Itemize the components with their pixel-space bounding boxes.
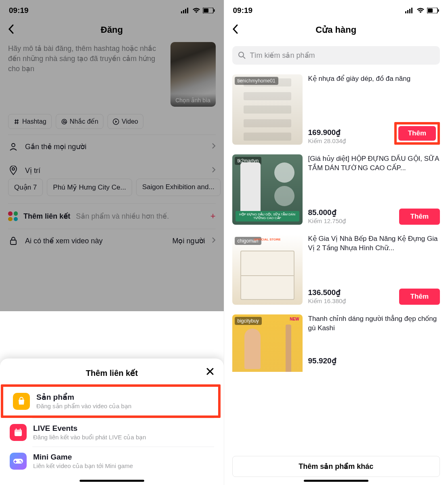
product-earn: Kiếm 28.034₫	[308, 137, 347, 145]
home-indicator	[304, 480, 368, 482]
chevron-left-icon	[8, 24, 14, 34]
sheet-item-minigame[interactable]: Mini Game Liên kết video của bạn tới Min…	[0, 447, 224, 475]
product-price: 169.900₫	[308, 128, 347, 137]
svg-rect-24	[409, 9, 410, 13]
search-input[interactable]: Tìm kiếm sản phẩm	[232, 46, 440, 65]
grid-dots-icon	[8, 211, 18, 221]
signal-icon	[405, 8, 414, 13]
product-title: Thanh chỉnh dáng người thẳng đẹp chống g…	[308, 314, 440, 333]
svg-rect-19	[14, 461, 17, 462]
person-icon	[9, 142, 18, 151]
svg-rect-3	[187, 8, 188, 13]
back-button[interactable]	[6, 23, 15, 37]
post-screen: 09:19 Đăng Hãy mô tả bài đăng, thêm hash…	[0, 0, 224, 485]
location-suggestions: Quận 7 Phú Mỹ Hưng City Ce... Saigon Exh…	[0, 179, 224, 203]
play-icon	[113, 118, 119, 125]
chevron-right-icon	[212, 143, 216, 149]
product-price: 95.920₫	[308, 356, 337, 365]
highlight-product: Sản phẩm Đăng sản phẩm vào video của bạn	[1, 384, 221, 418]
status-time: 09:19	[233, 6, 253, 15]
lock-icon	[9, 236, 17, 245]
location-chip[interactable]: Saigon Exhibition and...	[136, 179, 221, 196]
product-earn: Kiếm 16.380₫	[308, 297, 347, 305]
bag-icon	[13, 393, 30, 410]
quick-chips: Hashtag Nhắc đến Video	[0, 107, 224, 135]
product-earn: Kiếm 12.750₫	[308, 217, 347, 225]
svg-point-20	[20, 460, 21, 462]
svg-rect-6	[214, 9, 215, 12]
search-icon	[238, 51, 246, 59]
svg-rect-27	[428, 8, 433, 13]
svg-rect-25	[411, 8, 412, 13]
svg-point-29	[239, 52, 244, 57]
calendar-icon	[10, 424, 27, 441]
at-icon	[61, 118, 67, 125]
page-title: Đăng	[0, 25, 224, 35]
add-link-sheet: Thêm liên kết Sản phẩm Đăng sản phẩm vào…	[0, 358, 224, 485]
add-button[interactable]: Thêm	[398, 126, 436, 141]
svg-rect-1	[183, 10, 184, 13]
search-placeholder: Tìm kiếm sản phẩm	[250, 51, 315, 60]
hash-icon	[13, 118, 20, 125]
product-list[interactable]: tienichmyhome01 Kệ nhựa để giày dép, đồ …	[224, 71, 448, 452]
chevron-right-icon	[212, 167, 216, 173]
svg-rect-2	[185, 9, 186, 13]
header: Đăng	[0, 19, 224, 42]
status-bar: 09:19	[224, 0, 448, 19]
close-icon	[206, 367, 214, 375]
location-chip[interactable]: Quận 7	[8, 179, 43, 196]
svg-point-7	[62, 119, 67, 124]
status-time: 09:19	[9, 6, 29, 15]
add-link-row[interactable]: Thêm liên kết Sản phẩm và nhiều hơn thế.…	[0, 204, 224, 229]
svg-rect-16	[20, 428, 21, 430]
caption-input[interactable]: Hãy mô tả bài đăng, thêm hashtag hoặc nh…	[8, 42, 166, 107]
add-button[interactable]: Thêm	[399, 209, 440, 225]
product-title: [Giá hủy diệt] HỘP ĐỰNG DẦU GỘI, SỮA TẮM…	[308, 154, 440, 173]
choose-cover-label: Chọn ảnh bìa	[170, 94, 216, 107]
product-image: chigoman OFFICIAL STORE	[232, 234, 303, 305]
svg-point-11	[12, 168, 15, 170]
mention-chip[interactable]: Nhắc đến	[56, 114, 104, 129]
add-button[interactable]: Thêm	[399, 289, 440, 305]
home-indicator	[80, 480, 144, 482]
wifi-icon	[192, 8, 200, 13]
video-thumbnail[interactable]: Chọn ảnh bìa	[170, 42, 216, 107]
video-chip[interactable]: Video	[107, 114, 143, 129]
product-item[interactable]: chigoman OFFICIAL STORE Kệ Gia Vị Nhà Bế…	[232, 231, 440, 311]
back-button[interactable]	[231, 23, 240, 37]
location-chip[interactable]: Phú Mỹ Hưng City Ce...	[47, 179, 132, 196]
battery-icon	[427, 8, 439, 13]
product-item[interactable]: tienichmyhome01 Kệ nhựa để giày dép, đồ …	[232, 71, 440, 151]
location-row[interactable]: Vị trí	[0, 158, 224, 179]
product-image: bigcitybuy NEW	[232, 314, 303, 372]
product-image: tienichmyhome01	[232, 74, 303, 145]
battery-icon	[203, 8, 215, 13]
more-products-button[interactable]: Thêm sản phẩm khác	[232, 456, 440, 477]
signal-icon	[181, 8, 190, 13]
svg-point-8	[63, 120, 65, 122]
page-title: Cửa hàng	[224, 25, 448, 35]
plus-icon: +	[210, 211, 216, 221]
privacy-row[interactable]: Ai có thể xem video này Mọi người	[0, 229, 224, 253]
product-item[interactable]: bigcitybuy NEW Thanh chỉnh dáng người th…	[232, 311, 440, 372]
product-item[interactable]: tk2martvn HỘP ĐỰNG DẦU GỘI, SỮA TẮM DÁN …	[232, 151, 440, 231]
highlight-add: Thêm	[394, 122, 440, 145]
caption-area: Hãy mô tả bài đăng, thêm hashtag hoặc nh…	[0, 42, 224, 107]
wifi-icon	[416, 8, 425, 13]
svg-rect-23	[407, 10, 408, 13]
tag-people-row[interactable]: Gắn thẻ mọi người	[0, 135, 224, 158]
product-title: Kệ nhựa để giày dép, đồ đa năng	[308, 74, 440, 84]
svg-rect-12	[11, 240, 16, 245]
gamepad-icon	[10, 453, 27, 470]
svg-point-10	[12, 143, 15, 147]
svg-rect-28	[438, 9, 439, 12]
chevron-left-icon	[232, 24, 238, 34]
sheet-item-live[interactable]: LIVE Events Đăng liên kết vào buổi phát …	[0, 418, 224, 447]
svg-rect-22	[405, 11, 406, 13]
seller-tag: bigcitybuy	[235, 317, 262, 325]
location-icon	[9, 166, 18, 175]
hashtag-chip[interactable]: Hashtag	[8, 114, 52, 129]
product-price: 85.000₫	[308, 208, 347, 217]
sheet-item-product[interactable]: Sản phẩm Đăng sản phẩm vào video của bạn	[3, 387, 218, 415]
close-button[interactable]	[206, 367, 214, 378]
